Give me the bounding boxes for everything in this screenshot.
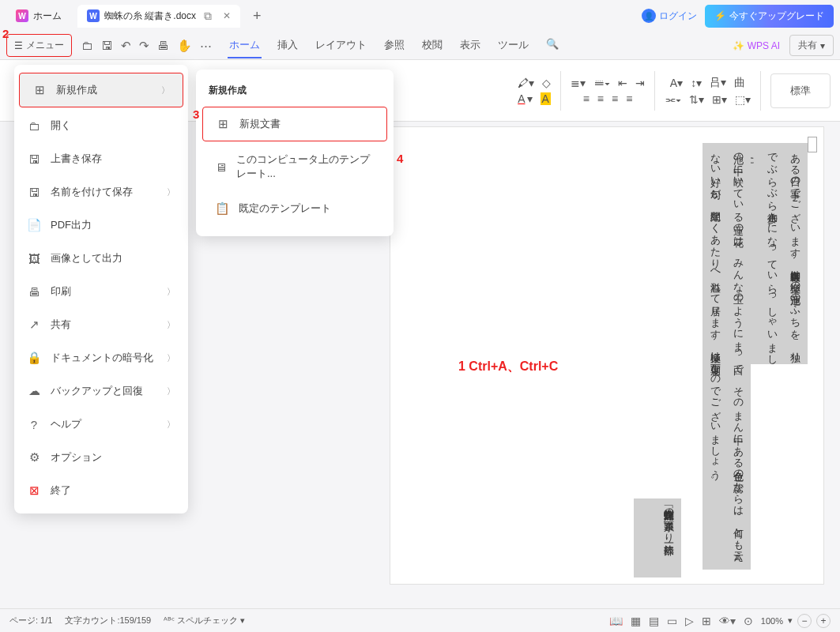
more-icon[interactable]: ⋯: [200, 39, 212, 53]
bullet-list-icon[interactable]: ≣▾: [571, 77, 586, 89]
border-icon[interactable]: ⊞▾: [712, 93, 727, 106]
save-icon[interactable]: 🖫: [101, 39, 113, 53]
redo-icon[interactable]: ↷: [139, 39, 149, 53]
submenu-item-template-pc[interactable]: 🖥 このコンピュータ上のテンプレート...: [202, 143, 387, 190]
focus-icon[interactable]: ⊙: [744, 615, 753, 627]
align-center-icon[interactable]: ≡: [597, 92, 604, 105]
para-spacing-icon[interactable]: ⇅▾: [689, 93, 704, 106]
template-pc-icon: 🖥: [215, 160, 227, 174]
ribbon-tab-tools[interactable]: ツール: [496, 33, 530, 58]
ribbon-tab-layout[interactable]: レイアウト: [314, 33, 368, 58]
text-direction-icon[interactable]: ↕▾: [691, 77, 702, 89]
doc-text-column-3[interactable]: 芥川龍之介「蜘蛛の糸」冒頭より一部抜粋: [634, 498, 681, 577]
menu-button[interactable]: ☰ メニュー: [8, 36, 70, 55]
text-highlight-icon[interactable]: A: [541, 92, 551, 105]
annotation-4: 4: [397, 152, 403, 165]
align-right-icon[interactable]: ≡: [612, 92, 618, 105]
ribbon-tab-review[interactable]: 校閲: [420, 33, 444, 58]
print-icon[interactable]: 🖶: [157, 39, 169, 53]
ribbon-tab-view[interactable]: 表示: [458, 33, 482, 58]
document-page[interactable]: ある日の事でございます。御釈迦様は極楽の蓮池のふちを、独りでぶらぶら御歩きになっ…: [390, 126, 824, 585]
spellcheck-indicator[interactable]: ᴬᴮᶜ スペルチェック ▾: [164, 615, 245, 626]
ribbon-tab-insert[interactable]: 挿入: [276, 33, 299, 58]
align-justify-icon[interactable]: ≡: [626, 92, 632, 105]
font-color-group: 🖍▾ ◇ A▾ A: [518, 77, 551, 105]
tab-close-icon[interactable]: ✕: [223, 10, 231, 21]
grid-icon[interactable]: ⊞: [702, 615, 711, 627]
view-book-icon[interactable]: 📖: [609, 615, 623, 627]
eye-icon[interactable]: 👁▾: [719, 615, 736, 627]
submenu-item-label: 新規文書: [239, 117, 281, 131]
ruler-marker[interactable]: [808, 137, 817, 152]
zoom-dropdown-icon[interactable]: ▾: [788, 615, 793, 626]
tab-clone-icon[interactable]: ⧉: [204, 9, 212, 23]
style-label: 標準: [790, 85, 811, 96]
submenu-item-template-default[interactable]: 📋 既定のテンプレート: [202, 192, 387, 225]
lock-icon: 🔒: [27, 351, 41, 365]
login-label: ログイン: [659, 9, 697, 23]
tab-home[interactable]: W ホーム: [6, 5, 71, 28]
word-count[interactable]: 文字カウント:159/159: [65, 615, 151, 626]
submenu-item-newdoc[interactable]: ⊞ 新規文書: [202, 107, 387, 141]
zoom-out-button[interactable]: −: [797, 614, 812, 628]
eraser-icon[interactable]: ◇: [542, 77, 551, 89]
menu-item-backup[interactable]: ☁ バックアップと回復 〉: [14, 374, 188, 408]
menu-item-label: 名前を付けて保存: [51, 185, 133, 199]
menu-item-print[interactable]: 🖶 印刷 〉: [14, 275, 188, 308]
share-button[interactable]: 共有 ▾: [789, 35, 834, 56]
zoom-in-button[interactable]: +: [816, 614, 831, 628]
image-export-icon: 🖼: [27, 251, 41, 265]
open-icon[interactable]: 🗀: [81, 39, 93, 53]
menu-item-image-export[interactable]: 🖼 画像として出力: [14, 242, 188, 275]
ribbon-tab-search[interactable]: 🔍: [544, 33, 560, 58]
text-effect-icon[interactable]: A▾: [670, 77, 683, 89]
menu-item-share[interactable]: ↗ 共有 〉: [14, 308, 188, 341]
ribbon-tab-home[interactable]: ホーム: [228, 33, 262, 58]
line-spacing-icon[interactable]: ⫘▾: [665, 93, 681, 106]
menu-item-label: 画像として出力: [51, 251, 122, 265]
tab-home-label: ホーム: [33, 9, 62, 23]
style-normal[interactable]: 標準: [770, 73, 831, 108]
login-button[interactable]: 👤 ログイン: [642, 9, 697, 23]
menu-item-pdf[interactable]: 📄 PDF出力: [14, 209, 188, 242]
menu-item-new[interactable]: ⊞ 新規作成 〉: [19, 73, 183, 107]
chevron-right-icon: 〉: [167, 186, 175, 198]
help-icon: ?: [27, 417, 41, 431]
undo-icon[interactable]: ↶: [121, 39, 131, 53]
font-color-icon[interactable]: A▾: [518, 92, 532, 105]
list-group: ≣▾ ⩸▾ ⇤ ⇥ ≡ ≡ ≡ ≡: [571, 77, 645, 105]
special-char-icon[interactable]: 曲: [734, 76, 745, 90]
decrease-indent-icon[interactable]: ⇤: [618, 77, 627, 89]
annotation-2: 2: [2, 27, 9, 40]
number-list-icon[interactable]: ⩸▾: [593, 77, 610, 89]
menu-item-open[interactable]: 🗀 開く: [14, 109, 188, 142]
view-print-icon[interactable]: ▦: [631, 615, 641, 627]
shading-icon[interactable]: ⬚▾: [735, 93, 751, 106]
upgrade-button[interactable]: ⚡ 今すぐアップグレード: [705, 5, 834, 28]
gear-icon: ⚙: [27, 450, 41, 465]
hand-icon[interactable]: ✋: [177, 39, 192, 53]
menu-item-help[interactable]: ? ヘルプ 〉: [14, 408, 188, 441]
ribbon-tab-reference[interactable]: 参照: [382, 33, 406, 58]
increase-indent-icon[interactable]: ⇥: [635, 77, 645, 89]
exit-icon: ⊠: [27, 483, 41, 498]
play-icon[interactable]: ▷: [685, 615, 694, 627]
menu-item-encrypt[interactable]: 🔒 ドキュメントの暗号化 〉: [14, 341, 188, 374]
zoom-level[interactable]: 100%: [761, 616, 783, 626]
menu-item-options[interactable]: ⚙ オプション: [14, 441, 188, 474]
tab-document[interactable]: W 蜘蛛の糸 縦書き.docx ⧉ ✕: [77, 5, 240, 28]
highlight-icon[interactable]: 🖍▾: [518, 77, 534, 89]
align-left-icon[interactable]: ≡: [583, 92, 590, 105]
folder-icon: 🗀: [27, 118, 41, 133]
titlebar-right: 👤 ログイン ⚡ 今すぐアップグレード: [642, 5, 834, 28]
tab-add-button[interactable]: +: [247, 8, 268, 24]
doc-text-column-2[interactable]: 池の中に咲いている蓮の花は、みんな玉のようにまっ白で、そのまん中にある金色の蕊か…: [703, 143, 751, 570]
menu-item-saveas[interactable]: 🖫 名前を付けて保存 〉: [14, 175, 188, 209]
menu-item-exit[interactable]: ⊠ 終了: [14, 474, 188, 507]
wps-ai-button[interactable]: ✨ WPS AI: [733, 40, 780, 51]
menu-item-save[interactable]: 🖫 上書き保存: [14, 142, 188, 175]
view-web-icon[interactable]: ▤: [649, 615, 659, 627]
page-indicator[interactable]: ページ: 1/1: [9, 615, 52, 626]
view-outline-icon[interactable]: ▭: [667, 615, 677, 627]
sub-super-icon[interactable]: 吕▾: [710, 76, 726, 90]
